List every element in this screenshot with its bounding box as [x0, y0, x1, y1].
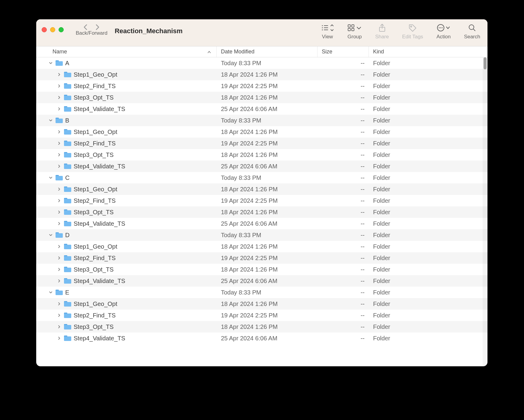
minimize-window-button[interactable]: [50, 27, 55, 32]
file-name: Step2_Find_TS: [74, 83, 116, 90]
kind-cell: Folder: [369, 103, 487, 115]
file-name: Step1_Geo_Opt: [74, 71, 117, 78]
table-row[interactable]: BToday 8:33 PM--Folder: [36, 115, 487, 126]
date-cell: 25 Apr 2024 6:06 AM: [217, 161, 318, 172]
table-row[interactable]: Step1_Geo_Opt18 Apr 2024 1:26 PM--Folder: [36, 183, 487, 195]
table-row[interactable]: Step3_Opt_TS18 Apr 2024 1:26 PM--Folder: [36, 92, 487, 103]
chevron-down-icon[interactable]: [48, 118, 53, 123]
column-header-size[interactable]: Size: [318, 46, 369, 57]
folder-icon: [64, 152, 71, 158]
chevron-down-icon[interactable]: [48, 61, 53, 65]
column-header-name-label: Name: [53, 49, 67, 55]
chevron-down-icon[interactable]: [48, 233, 53, 237]
chevron-right-icon[interactable]: [57, 95, 62, 100]
chevron-right-icon[interactable]: [57, 244, 62, 249]
kind-cell: Folder: [369, 229, 487, 241]
back-button[interactable]: [83, 24, 88, 30]
kind-cell: Folder: [369, 92, 487, 103]
table-row[interactable]: DToday 8:33 PM--Folder: [36, 229, 487, 241]
table-row[interactable]: Step3_Opt_TS18 Apr 2024 1:26 PM--Folder: [36, 264, 487, 275]
scrollbar-track[interactable]: [483, 57, 487, 366]
size-cell: --: [318, 206, 369, 218]
size-cell: --: [318, 287, 369, 298]
file-name: Step3_Opt_TS: [74, 323, 113, 330]
table-row[interactable]: AToday 8:33 PM--Folder: [36, 57, 487, 69]
chevron-right-icon[interactable]: [57, 301, 62, 306]
date-cell: 19 Apr 2024 2:25 PM: [217, 252, 318, 264]
file-name: A: [65, 60, 69, 67]
group-button[interactable]: Group: [347, 23, 362, 40]
chevron-right-icon[interactable]: [57, 198, 62, 203]
table-row[interactable]: Step1_Geo_Opt18 Apr 2024 1:26 PM--Folder: [36, 241, 487, 252]
chevron-right-icon[interactable]: [57, 187, 62, 192]
table-row[interactable]: Step2_Find_TS19 Apr 2024 2:25 PM--Folder: [36, 310, 487, 321]
table-row[interactable]: CToday 8:33 PM--Folder: [36, 172, 487, 183]
share-button[interactable]: Share: [375, 23, 389, 40]
kind-cell: Folder: [369, 218, 487, 229]
table-row[interactable]: Step4_Validate_TS25 Apr 2024 6:06 AM--Fo…: [36, 218, 487, 229]
maximize-window-button[interactable]: [59, 27, 64, 32]
scrollbar-thumb[interactable]: [484, 57, 487, 69]
size-cell: --: [318, 241, 369, 252]
table-row[interactable]: Step4_Validate_TS25 Apr 2024 6:06 AM--Fo…: [36, 161, 487, 172]
svg-point-2: [322, 27, 323, 28]
forward-button[interactable]: [95, 24, 100, 30]
chevron-right-icon[interactable]: [57, 336, 62, 341]
close-window-button[interactable]: [42, 27, 47, 32]
table-row[interactable]: Step2_Find_TS19 Apr 2024 2:25 PM--Folder: [36, 80, 487, 92]
view-button[interactable]: View: [321, 23, 334, 40]
file-list[interactable]: AToday 8:33 PM--FolderStep1_Geo_Opt18 Ap…: [36, 57, 487, 366]
chevron-right-icon[interactable]: [57, 107, 62, 111]
chevron-right-icon[interactable]: [57, 210, 62, 215]
action-button[interactable]: Action: [436, 23, 451, 40]
chevron-right-icon[interactable]: [57, 221, 62, 226]
chevron-down-icon[interactable]: [48, 290, 53, 295]
date-cell: 19 Apr 2024 2:25 PM: [217, 80, 318, 92]
group-label: Group: [347, 34, 362, 40]
chevron-right-icon[interactable]: [57, 256, 62, 260]
file-name: Step3_Opt_TS: [74, 94, 113, 101]
chevron-right-icon[interactable]: [57, 129, 62, 134]
table-row[interactable]: Step1_Geo_Opt18 Apr 2024 1:26 PM--Folder: [36, 298, 487, 310]
kind-cell: Folder: [369, 195, 487, 206]
name-cell: Step3_Opt_TS: [36, 92, 217, 103]
chevron-right-icon[interactable]: [57, 267, 62, 272]
table-row[interactable]: Step3_Opt_TS18 Apr 2024 1:26 PM--Folder: [36, 206, 487, 218]
svg-rect-8: [348, 28, 350, 31]
date-cell: Today 8:33 PM: [217, 229, 318, 241]
svg-point-14: [440, 27, 441, 28]
table-row[interactable]: Step3_Opt_TS18 Apr 2024 1:26 PM--Folder: [36, 321, 487, 332]
table-row[interactable]: Step2_Find_TS19 Apr 2024 2:25 PM--Folder: [36, 138, 487, 149]
chevron-right-icon[interactable]: [57, 152, 62, 157]
search-button[interactable]: Search: [464, 23, 480, 40]
name-cell: Step3_Opt_TS: [36, 149, 217, 161]
table-row[interactable]: EToday 8:33 PM--Folder: [36, 287, 487, 298]
edit-tags-button[interactable]: Edit Tags: [402, 23, 423, 40]
svg-rect-1: [324, 25, 328, 26]
table-row[interactable]: Step4_Validate_TS25 Apr 2024 6:06 AM--Fo…: [36, 275, 487, 287]
folder-icon: [56, 118, 63, 123]
chevron-down-icon[interactable]: [48, 175, 53, 180]
size-cell: --: [318, 183, 369, 195]
folder-icon: [64, 336, 71, 341]
date-cell: 25 Apr 2024 6:06 AM: [217, 332, 318, 344]
column-header-date[interactable]: Date Modified: [217, 46, 318, 57]
chevron-right-icon[interactable]: [57, 164, 62, 169]
column-header-kind[interactable]: Kind: [369, 46, 487, 57]
table-row[interactable]: Step1_Geo_Opt18 Apr 2024 1:26 PM--Folder: [36, 69, 487, 80]
column-header-name[interactable]: Name: [36, 46, 217, 57]
chevron-right-icon[interactable]: [57, 72, 62, 77]
name-cell: Step2_Find_TS: [36, 252, 217, 264]
chevron-right-icon[interactable]: [57, 278, 62, 283]
table-row[interactable]: Step4_Validate_TS25 Apr 2024 6:06 AM--Fo…: [36, 103, 487, 115]
table-row[interactable]: Step3_Opt_TS18 Apr 2024 1:26 PM--Folder: [36, 149, 487, 161]
table-row[interactable]: Step4_Validate_TS25 Apr 2024 6:06 AM--Fo…: [36, 332, 487, 344]
table-row[interactable]: Step2_Find_TS19 Apr 2024 2:25 PM--Folder: [36, 195, 487, 206]
chevron-right-icon[interactable]: [57, 84, 62, 88]
chevron-right-icon[interactable]: [57, 141, 62, 146]
table-row[interactable]: Step2_Find_TS19 Apr 2024 2:25 PM--Folder: [36, 252, 487, 264]
table-row[interactable]: Step1_Geo_Opt18 Apr 2024 1:26 PM--Folder: [36, 126, 487, 138]
chevron-right-icon[interactable]: [57, 324, 62, 329]
chevron-right-icon[interactable]: [57, 313, 62, 318]
size-cell: --: [318, 252, 369, 264]
